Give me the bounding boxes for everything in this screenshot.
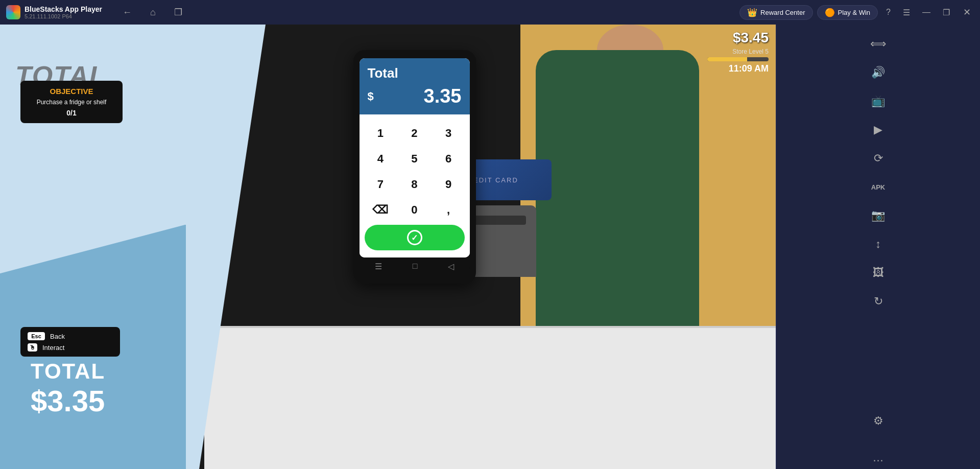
total-bottom-value: $3.35 xyxy=(31,384,105,418)
controls-row-interact: 🖱 Interact xyxy=(28,343,113,351)
sidebar-rotate-icon[interactable]: ↻ xyxy=(867,290,890,313)
play-win-button[interactable]: 🟠 Play & Win xyxy=(817,5,878,20)
home-button[interactable]: ⌂ xyxy=(146,5,160,20)
sidebar-apk-icon[interactable]: APK xyxy=(867,176,890,198)
hud-level-bar xyxy=(707,57,769,61)
reward-center-label: Reward Center xyxy=(760,9,805,16)
objective-progress: 0/1 xyxy=(29,109,114,117)
nav-back-icon[interactable]: ◁ xyxy=(448,262,454,271)
objective-description: Purchase a fridge or shelf xyxy=(29,99,114,106)
sidebar-tv-icon[interactable]: 📺 xyxy=(867,90,890,112)
bluestacks-logo xyxy=(6,5,20,19)
checkmark-icon: ✓ xyxy=(407,230,422,245)
sidebar-audio-icon[interactable]: 🔊 xyxy=(867,61,890,84)
sidebar-gallery-icon[interactable]: 🖼 xyxy=(867,262,890,284)
terminal-header: Total $ 3.35 xyxy=(360,58,470,114)
titlebar: BlueStacks App Player 5.21.111.1002 P64 … xyxy=(0,0,980,25)
nav-menu-icon[interactable]: ☰ xyxy=(375,262,382,271)
app-name: BlueStacks App Player xyxy=(25,5,102,13)
mouse-badge: 🖱 xyxy=(28,343,37,351)
sidebar-camera-icon[interactable]: 📷 xyxy=(867,204,890,227)
terminal-screen: Total $ 3.35 1 2 3 4 xyxy=(360,58,470,257)
sidebar-refresh-icon[interactable]: ⟳ xyxy=(867,147,890,170)
play-win-label: Play & Win xyxy=(838,9,871,16)
game-background: CREDIT CARD Total xyxy=(0,25,776,469)
total-bottom-label: TOTAL xyxy=(31,359,105,384)
sidebar-settings-icon[interactable]: ⚙ xyxy=(867,410,890,432)
key-3[interactable]: 3 xyxy=(433,122,465,145)
objective-title: OBJECTIVE xyxy=(29,87,114,96)
key-9[interactable]: 9 xyxy=(433,173,465,196)
key-1[interactable]: 1 xyxy=(365,122,397,145)
terminal-amount: 3.35 xyxy=(424,85,462,107)
close-button[interactable]: ✕ xyxy=(958,5,976,20)
confirm-button[interactable]: ✓ xyxy=(365,225,465,250)
terminal-dollar-sign: $ xyxy=(368,90,374,103)
hud-level-fill xyxy=(707,57,747,61)
controls-row-back: Esc Back xyxy=(28,332,113,340)
key-comma[interactable]: , xyxy=(433,198,465,222)
crown-icon: 👑 xyxy=(747,8,757,17)
help-button[interactable]: ? xyxy=(882,6,895,19)
objective-box: OBJECTIVE Purchase a fridge or shelf 0/1 xyxy=(20,81,123,123)
terminal-total-label: Total xyxy=(368,65,462,81)
nav-home-icon[interactable]: □ xyxy=(413,262,418,271)
hud-store-level: Store Level 5 xyxy=(732,48,769,55)
key-2[interactable]: 2 xyxy=(398,122,431,145)
reward-center-button[interactable]: 👑 Reward Center xyxy=(739,5,812,20)
key-4[interactable]: 4 xyxy=(365,147,397,171)
titlebar-right: 👑 Reward Center 🟠 Play & Win ? ☰ — ❐ ✕ xyxy=(739,5,980,20)
terminal-outer: Total $ 3.35 1 2 3 4 xyxy=(353,50,476,284)
key-backspace[interactable]: ⌫ xyxy=(365,198,397,222)
app-logo-area: BlueStacks App Player 5.21.111.1002 P64 xyxy=(0,5,108,19)
back-label: Back xyxy=(50,333,65,340)
sidebar-play-icon[interactable]: ▶ xyxy=(867,119,890,141)
key-8[interactable]: 8 xyxy=(398,173,431,196)
terminal-amount-row: $ 3.35 xyxy=(368,85,462,107)
total-bottom: TOTAL $3.35 xyxy=(31,359,105,418)
tabs-button[interactable]: ❐ xyxy=(170,5,186,20)
titlebar-nav: ← ⌂ ❐ xyxy=(118,5,186,20)
terminal-keypad: 1 2 3 4 5 6 7 8 9 ⌫ 0 , xyxy=(360,114,470,257)
keypad-grid: 1 2 3 4 5 6 7 8 9 ⌫ 0 , xyxy=(365,122,465,222)
hud-money: $3.45 xyxy=(733,30,769,46)
maximize-button[interactable]: ❐ xyxy=(939,6,954,19)
app-version: 5.21.111.1002 P64 xyxy=(25,13,102,19)
back-button[interactable]: ← xyxy=(118,5,136,20)
sidebar-more-icon[interactable]: … xyxy=(867,447,890,469)
payment-terminal: Total $ 3.35 1 2 3 4 xyxy=(353,50,476,284)
play-win-icon: 🟠 xyxy=(825,8,835,17)
key-6[interactable]: 6 xyxy=(433,147,465,171)
sidebar-resize-icon[interactable]: ↕ xyxy=(867,233,890,255)
store-counter: CREDIT CARD xyxy=(204,326,776,469)
key-0[interactable]: 0 xyxy=(398,198,431,222)
key-5[interactable]: 5 xyxy=(398,147,431,171)
terminal-navbar: ☰ □ ◁ xyxy=(360,257,470,273)
sidebar-expand-icon[interactable]: ⟺ xyxy=(867,33,890,55)
left-panel: TOTAL OBJECTIVE Purchase a fridge or she… xyxy=(0,25,266,469)
key-7[interactable]: 7 xyxy=(365,173,397,196)
clerk-jacket xyxy=(536,50,699,357)
minimize-button[interactable]: — xyxy=(918,6,935,19)
esc-key-badge: Esc xyxy=(28,332,45,340)
right-sidebar: ⟺ 🔊 📺 ▶ ⟳ APK 📷 ↕ 🖼 ↻ ⚙ … xyxy=(776,25,980,469)
menu-button[interactable]: ☰ xyxy=(899,6,914,19)
controls-box: Esc Back 🖱 Interact xyxy=(20,327,120,357)
game-area: CREDIT CARD Total xyxy=(0,25,776,469)
hud-time: 11:09 AM xyxy=(729,63,769,74)
hud: $3.45 Store Level 5 11:09 AM xyxy=(700,25,776,79)
interact-label: Interact xyxy=(42,344,64,351)
